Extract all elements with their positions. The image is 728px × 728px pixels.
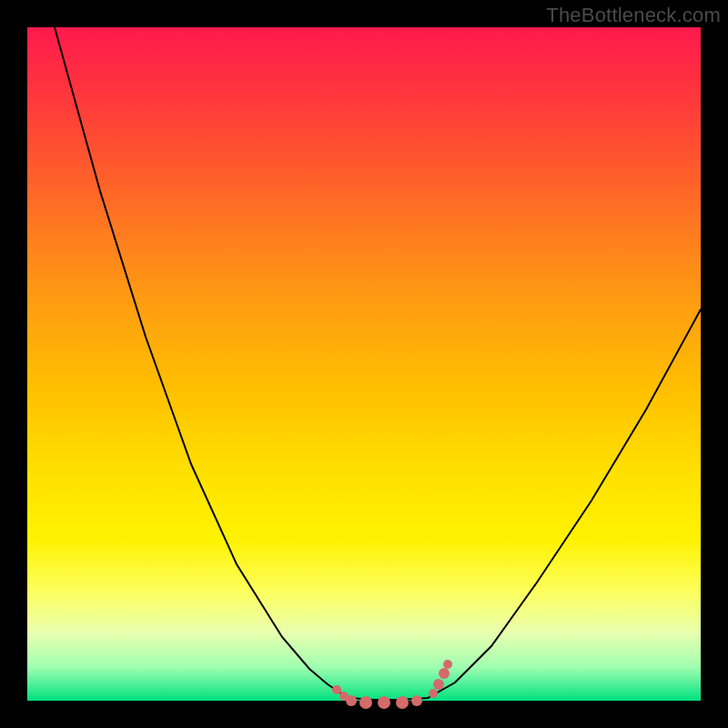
highlight-dot (359, 696, 372, 709)
highlight-dot (443, 660, 452, 669)
highlight-dot (378, 696, 390, 709)
highlight-dot (433, 679, 444, 690)
highlight-dot (396, 696, 409, 709)
highlight-dot (439, 668, 450, 679)
chart-stage: TheBottleneck.com (0, 0, 728, 728)
highlight-dot (429, 689, 438, 698)
highlight-dot (411, 695, 422, 706)
watermark-text: TheBottleneck.com (546, 4, 721, 27)
bottleneck-curve (55, 27, 701, 700)
highlight-dot (332, 685, 341, 694)
marker-group (332, 660, 452, 709)
curve-layer (27, 27, 701, 701)
highlight-dot (346, 695, 357, 706)
